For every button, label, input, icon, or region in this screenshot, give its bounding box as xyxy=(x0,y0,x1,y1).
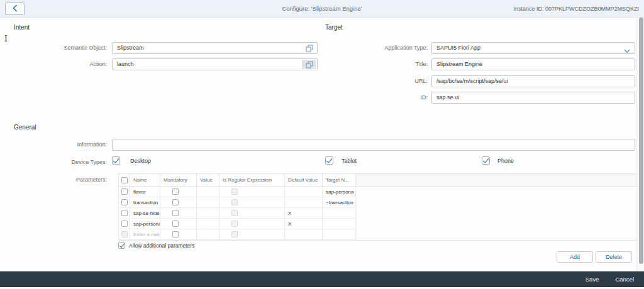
mandatory-checkbox[interactable] xyxy=(172,188,179,195)
parameter-row-flavor[interactable]: flavor sap-persona xyxy=(118,187,636,197)
parameter-name[interactable]: sap-se-hide- xyxy=(130,208,160,219)
mandatory-checkbox[interactable] xyxy=(172,221,179,227)
column-header-is-regular-expression[interactable]: Is Regular Expression xyxy=(219,174,284,186)
section-title-general: General xyxy=(14,124,36,131)
parameter-name-input[interactable]: Enter a nam xyxy=(130,229,160,240)
parameter-default-value[interactable]: X xyxy=(284,219,322,229)
id-field[interactable]: sap.se.ui xyxy=(431,92,635,104)
parameter-target-name[interactable] xyxy=(322,229,356,240)
regex-checkbox xyxy=(231,210,238,216)
mandatory-checkbox[interactable] xyxy=(172,210,179,216)
column-header-value[interactable]: Value xyxy=(196,174,219,186)
mandatory-checkbox[interactable] xyxy=(172,231,179,237)
device-type-desktop-label: Desktop xyxy=(130,157,151,165)
application-type-value: SAPUI5 Fiori App xyxy=(436,43,619,53)
action-field[interactable]: launch xyxy=(112,58,318,70)
row-select-checkbox[interactable] xyxy=(121,210,128,216)
parameter-target-name[interactable]: ~transaction xyxy=(322,197,356,208)
regex-checkbox xyxy=(231,188,238,195)
scrollbar-thumb[interactable] xyxy=(639,18,643,264)
parameter-target-name[interactable]: sap-persona xyxy=(322,187,356,197)
delete-button[interactable]: Delete xyxy=(596,251,632,263)
row-select-checkbox xyxy=(121,231,128,237)
id-value: sap.se.ui xyxy=(436,92,619,103)
information-field[interactable] xyxy=(112,139,635,151)
save-button[interactable]: Save xyxy=(586,276,599,283)
url-field[interactable]: /sap/bc/se/m/script/sap/se/ui xyxy=(431,75,635,87)
device-type-tablet-checkbox[interactable] xyxy=(325,156,333,165)
parameters-table-header: Name Mandatory Value Is Regular Expressi… xyxy=(118,174,636,187)
action-label: Action: xyxy=(0,58,107,70)
cancel-button[interactable]: Cancel xyxy=(615,276,634,283)
parameter-row-sap-se-hide[interactable]: sap-se-hide- X xyxy=(118,208,636,219)
device-type-phone-checkbox[interactable] xyxy=(482,156,490,165)
parameter-default-value[interactable] xyxy=(284,187,322,197)
parameter-target-name[interactable] xyxy=(322,219,356,229)
row-select-checkbox[interactable] xyxy=(121,188,128,195)
section-title-intent: Intent xyxy=(14,24,30,31)
regex-checkbox xyxy=(231,199,238,205)
parameters-table: Name Mandatory Value Is Regular Expressi… xyxy=(118,173,636,241)
parameter-value[interactable] xyxy=(196,187,219,197)
value-help-icon[interactable] xyxy=(302,60,316,69)
allow-additional-parameters-row: Allow additional parameters xyxy=(118,242,194,249)
column-header-target-name[interactable]: Target N... xyxy=(322,174,356,186)
value-help-icon[interactable] xyxy=(302,43,316,53)
regex-checkbox xyxy=(231,231,238,237)
parameter-row-sap-persona[interactable]: sap-persona X xyxy=(118,219,636,229)
footer-bar: Save Cancel xyxy=(0,271,644,287)
device-type-phone-label: Phone xyxy=(497,157,514,165)
title-label: Title: xyxy=(321,58,428,70)
parameters-label: Parameters: xyxy=(0,174,107,186)
parameter-default-value[interactable]: X xyxy=(284,208,322,219)
parameter-target-name[interactable] xyxy=(322,208,356,219)
parameter-name[interactable]: sap-persona xyxy=(130,219,160,229)
url-label: URL: xyxy=(321,75,428,87)
id-label: ID: xyxy=(321,92,428,104)
parameter-value[interactable] xyxy=(196,197,219,208)
device-type-desktop-checkbox[interactable] xyxy=(112,156,120,165)
parameter-row-new[interactable]: Enter a nam xyxy=(118,229,636,240)
column-header-default-value[interactable]: Default Value xyxy=(284,174,322,186)
url-value: /sap/bc/se/m/script/sap/se/ui xyxy=(436,76,619,87)
column-header-name[interactable]: Name xyxy=(130,174,160,186)
section-title-target: Target xyxy=(325,24,343,31)
parameter-name[interactable]: transaction xyxy=(130,197,160,208)
application-type-select[interactable]: SAPUI5 Fiori App xyxy=(431,42,635,54)
parameter-value[interactable] xyxy=(196,229,219,240)
allow-additional-parameters-checkbox[interactable] xyxy=(118,242,125,249)
device-types-label: Device Types: xyxy=(0,156,107,168)
device-type-tablet-label: Tablet xyxy=(341,157,357,165)
title-value: Slipstream Engine xyxy=(436,59,619,70)
semantic-object-value: Slipstream xyxy=(117,43,302,53)
application-type-label: Application Type: xyxy=(321,42,428,54)
semantic-object-label: Semantic Object: xyxy=(0,42,107,54)
parameter-value[interactable] xyxy=(196,219,219,229)
vertical-scrollbar[interactable] xyxy=(636,18,644,271)
add-button[interactable]: Add xyxy=(557,251,593,263)
instance-id: Instance ID: 007PKLPWCDZOZB0MMP2MSQKZI xyxy=(513,0,639,18)
parameter-default-value[interactable] xyxy=(284,229,322,240)
regex-checkbox xyxy=(231,221,238,227)
column-header-mandatory[interactable]: Mandatory xyxy=(160,174,196,186)
row-select-checkbox[interactable] xyxy=(121,221,128,227)
allow-additional-parameters-label: Allow additional parameters xyxy=(129,243,194,249)
title-field[interactable]: Slipstream Engine xyxy=(431,58,635,70)
row-select-checkbox[interactable] xyxy=(121,199,128,205)
action-value: launch xyxy=(117,59,302,70)
parameter-value[interactable] xyxy=(196,208,219,219)
top-bar: Configure: 'Slipstream Engine' Instance … xyxy=(0,0,644,18)
chevron-down-icon[interactable] xyxy=(624,46,630,57)
semantic-object-field[interactable]: Slipstream xyxy=(112,42,318,54)
parameter-name[interactable]: flavor xyxy=(130,187,160,197)
configure-app-window: Configure: 'Slipstream Engine' Instance … xyxy=(0,0,644,289)
select-all-checkbox[interactable] xyxy=(121,177,128,183)
information-label: Information: xyxy=(0,139,107,151)
mandatory-checkbox[interactable] xyxy=(172,199,179,205)
parameter-row-transaction[interactable]: transaction ~transaction xyxy=(118,197,636,208)
parameter-default-value[interactable] xyxy=(284,197,322,208)
